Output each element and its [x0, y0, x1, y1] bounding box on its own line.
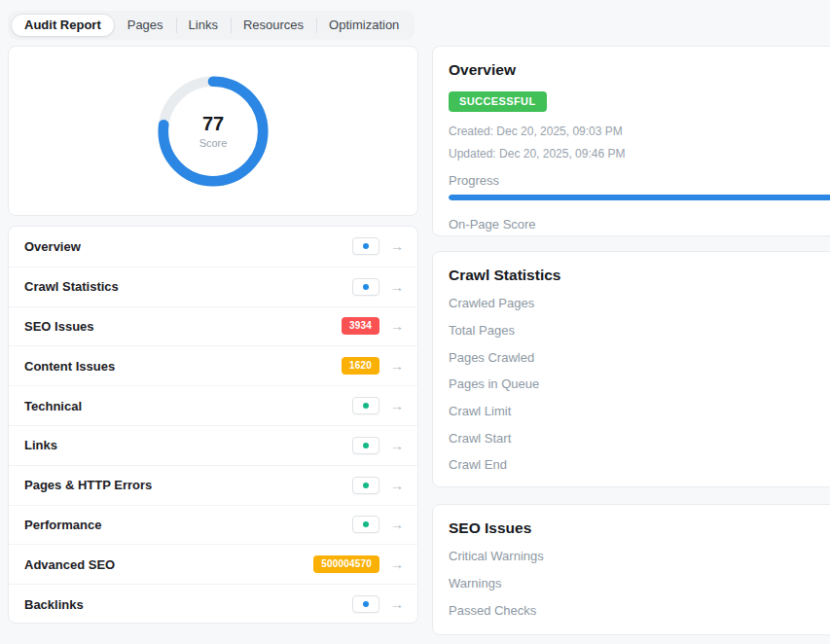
- report-tabbar: Audit ReportPagesLinksResourcesOptimizat…: [8, 11, 415, 40]
- audit-report-page: { "tabs": [ { "label": "Audit Report", "…: [0, 0, 830, 644]
- section-label: Content Issues: [24, 359, 115, 374]
- stat-row-label: Crawl Start: [449, 431, 511, 446]
- status-dot-badge: [352, 477, 379, 494]
- arrow-right-icon[interactable]: →: [390, 280, 404, 294]
- section-label: Advanced SEO: [24, 557, 115, 572]
- status-dot-badge: [352, 516, 379, 533]
- tab-resources[interactable]: Resources: [231, 14, 316, 37]
- row-right: →: [352, 437, 404, 454]
- tab-audit-report[interactable]: Audit Report: [11, 14, 115, 37]
- stat-row-label: Pages in Queue: [449, 376, 539, 391]
- arrow-right-icon[interactable]: →: [390, 319, 404, 333]
- score-value: 77: [202, 113, 224, 135]
- list-item-technical[interactable]: Technical→: [9, 385, 417, 425]
- arrow-right-icon[interactable]: →: [390, 239, 404, 253]
- progress-label: Progress: [449, 173, 830, 188]
- status-dot-badge: [352, 397, 379, 414]
- stat-row-label: Pages Crawled: [449, 350, 534, 365]
- stat-row-crawled-pages: Crawled Pages: [449, 290, 830, 317]
- score-center: 77 Score: [157, 75, 270, 188]
- status-dot: [363, 243, 369, 249]
- status-dot-badge: [352, 237, 379, 255]
- tab-optimization[interactable]: Optimization: [316, 14, 412, 37]
- arrow-right-icon[interactable]: →: [390, 359, 404, 373]
- arrow-right-icon[interactable]: →: [390, 557, 404, 571]
- row-right: →: [352, 278, 404, 296]
- stat-row-label: Warnings: [449, 576, 501, 590]
- list-item-seo-issues[interactable]: SEO Issues3934→: [9, 306, 417, 346]
- onpage-score-label: On-Page Score: [449, 217, 830, 232]
- count-badge: 500004570: [313, 555, 379, 573]
- stat-row-passed-checks: Passed Checks: [449, 596, 830, 624]
- arrow-right-icon[interactable]: →: [390, 479, 404, 492]
- overview-card: Overview SUCCESSFUL Created: Dec 20, 202…: [432, 46, 830, 236]
- list-item-links[interactable]: Links→: [9, 425, 417, 465]
- stat-row-label: Crawl End: [449, 457, 507, 472]
- list-item-performance[interactable]: Performance→: [9, 505, 417, 545]
- progress-bar: [449, 195, 830, 200]
- score-card: 77 Score: [8, 46, 418, 216]
- status-badge: SUCCESSFUL: [449, 91, 547, 112]
- created-timestamp: Created: Dec 20, 2025, 09:03 PM: [449, 125, 830, 138]
- score-donut: 77 Score: [157, 75, 270, 188]
- section-label: Performance: [24, 518, 101, 532]
- row-right: 3934→: [342, 317, 404, 335]
- status-dot: [363, 601, 369, 607]
- row-right: →: [352, 237, 404, 255]
- stat-row-pages-crawled: Pages Crawled: [449, 343, 830, 371]
- section-label: Overview: [24, 239, 81, 254]
- progress-bar-fill: [449, 195, 830, 200]
- section-label: Technical: [24, 399, 82, 413]
- stat-row-crawl-limit: Crawl Limit: [449, 398, 830, 425]
- status-dot-badge: [352, 595, 379, 613]
- stat-row-warnings: Warnings: [449, 570, 830, 597]
- arrow-right-icon[interactable]: →: [390, 597, 404, 611]
- list-item-backlinks[interactable]: Backlinks→: [9, 584, 417, 624]
- status-dot: [363, 443, 369, 448]
- list-item-content-issues[interactable]: Content Issues1620→: [9, 345, 417, 385]
- list-item-overview[interactable]: Overview→: [9, 227, 417, 267]
- section-list-card: Overview→Crawl Statistics→SEO Issues3934…: [8, 226, 418, 624]
- row-right: →: [352, 397, 404, 414]
- seo-issues-card: SEO Issues Critical WarningsWarningsPass…: [432, 504, 830, 635]
- crawl-statistics-card: Crawl Statistics Crawled PagesTotal Page…: [432, 251, 830, 487]
- section-label: Backlinks: [24, 597, 84, 612]
- section-label: SEO Issues: [24, 319, 94, 334]
- tab-pages[interactable]: Pages: [115, 14, 176, 37]
- overview-title: Overview: [449, 61, 830, 79]
- status-dot-badge: [352, 437, 379, 454]
- section-list: Overview→Crawl Statistics→SEO Issues3934…: [9, 227, 417, 624]
- stat-row-label: Passed Checks: [449, 603, 536, 618]
- list-item-advanced-seo[interactable]: Advanced SEO500004570→: [9, 544, 417, 584]
- status-dot: [363, 521, 369, 527]
- stat-row-crawl-end: Crawl End: [449, 451, 830, 479]
- stat-row-crawl-start: Crawl Start: [449, 424, 830, 451]
- stat-row-label: Crawled Pages: [449, 296, 534, 310]
- section-label: Pages & HTTP Errors: [24, 478, 152, 492]
- status-dot-badge: [352, 278, 379, 296]
- row-right: →: [352, 595, 404, 613]
- updated-timestamp: Updated: Dec 20, 2025, 09:46 PM: [449, 147, 830, 161]
- arrow-right-icon[interactable]: →: [390, 399, 404, 412]
- arrow-right-icon[interactable]: →: [390, 518, 404, 531]
- row-right: 500004570→: [313, 555, 404, 573]
- list-item-pages-http-errors[interactable]: Pages & HTTP Errors→: [9, 465, 417, 505]
- stat-row-pages-in-queue: Pages in Queue: [449, 371, 830, 398]
- list-item-crawl-statistics[interactable]: Crawl Statistics→: [9, 267, 417, 306]
- status-dot: [363, 483, 369, 488]
- crawl-statistics-title: Crawl Statistics: [449, 267, 830, 284]
- arrow-right-icon[interactable]: →: [390, 439, 404, 452]
- stat-row-label: Total Pages: [449, 323, 515, 338]
- tab-links[interactable]: Links: [176, 14, 231, 37]
- seo-issues-rows: Critical WarningsWarningsPassed Checks: [449, 543, 830, 624]
- count-badge: 3934: [342, 317, 379, 335]
- row-right: 1620→: [342, 357, 404, 375]
- stat-row-critical-warnings: Critical Warnings: [449, 543, 830, 570]
- status-dot: [363, 284, 369, 290]
- stat-row-label: Critical Warnings: [449, 549, 544, 563]
- row-right: →: [352, 516, 404, 533]
- section-label: Links: [24, 438, 57, 452]
- count-badge: 1620: [342, 357, 379, 375]
- stat-row-label: Crawl Limit: [449, 404, 511, 418]
- section-label: Crawl Statistics: [24, 279, 119, 294]
